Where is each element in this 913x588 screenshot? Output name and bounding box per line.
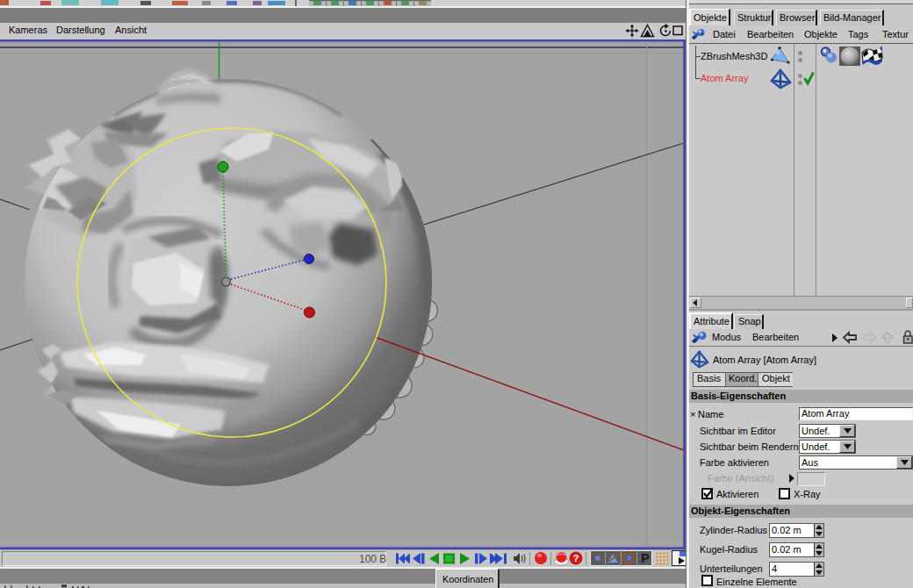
svg-text:P: P bbox=[641, 551, 649, 565]
svg-text:?: ? bbox=[573, 553, 579, 563]
